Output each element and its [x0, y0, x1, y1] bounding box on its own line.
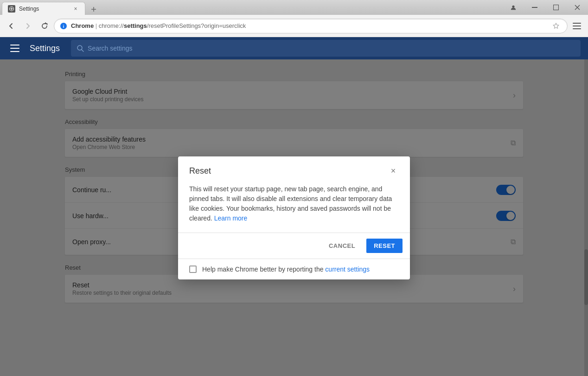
svg-rect-13: [10, 45, 19, 45]
address-text: Chrome | chrome://settings/resetProfileS…: [71, 22, 547, 29]
current-settings-link[interactable]: current settings: [325, 266, 370, 273]
maximize-button[interactable]: [545, 0, 567, 15]
svg-line-17: [82, 50, 83, 52]
dialog-footer: Help make Chrome better by reporting the…: [178, 259, 410, 279]
tab-favicon: [8, 5, 15, 13]
svg-rect-14: [10, 48, 19, 49]
settings-header: Settings: [0, 37, 588, 59]
bookmark-star-button[interactable]: [550, 20, 562, 32]
main-content-area: Printing Google Cloud Print Set up cloud…: [0, 59, 588, 376]
learn-more-link[interactable]: Learn more: [214, 214, 248, 222]
settings-search-bar[interactable]: [71, 40, 581, 57]
tab-strip: Settings ×: [0, 0, 503, 15]
navigation-bar: i Chrome | chrome://settings/resetProfil…: [0, 15, 588, 37]
report-settings-checkbox[interactable]: [189, 266, 197, 273]
address-separator: |: [96, 22, 99, 29]
reset-button[interactable]: RESET: [366, 239, 403, 253]
profile-button[interactable]: [503, 0, 524, 15]
address-bar[interactable]: i Chrome | chrome://settings/resetProfil…: [54, 19, 568, 33]
minimize-button[interactable]: [524, 0, 545, 15]
address-site: Chrome: [71, 22, 94, 29]
address-bold: settings: [124, 22, 147, 29]
window-controls: [503, 0, 588, 15]
tab-close-button[interactable]: ×: [72, 5, 79, 13]
search-settings-input[interactable]: [88, 45, 575, 52]
svg-rect-11: [573, 26, 581, 26]
modal-overlay: Reset × This will reset your startup pag…: [0, 59, 588, 376]
cancel-button[interactable]: CANCEL: [321, 239, 363, 253]
dialog-close-button[interactable]: ×: [388, 166, 399, 177]
svg-rect-12: [573, 28, 581, 29]
site-security-icon: i: [60, 22, 67, 30]
chrome-menu-button[interactable]: [569, 19, 584, 33]
svg-point-3: [512, 6, 514, 8]
footer-text: Help make Chrome better by reporting the…: [202, 266, 370, 273]
dialog-header: Reset ×: [178, 156, 410, 182]
address-scheme: chrome://: [99, 22, 124, 29]
dialog-body-text: This will reset your startup page, new t…: [189, 184, 399, 223]
svg-rect-4: [532, 7, 537, 8]
address-path: /resetProfileSettings?origin=userclick: [147, 22, 246, 29]
dialog-actions: CANCEL RESET: [178, 233, 410, 259]
svg-rect-5: [554, 5, 559, 10]
dialog-body: This will reset your startup page, new t…: [178, 182, 410, 233]
new-tab-button[interactable]: [87, 4, 100, 15]
title-bar: Settings ×: [0, 0, 588, 15]
settings-page-title: Settings: [30, 44, 60, 53]
forward-button[interactable]: [20, 19, 35, 33]
reset-dialog: Reset × This will reset your startup pag…: [178, 156, 410, 279]
svg-rect-15: [10, 51, 19, 52]
dialog-title: Reset: [189, 166, 211, 176]
footer-prefix: Help make Chrome better by reporting the: [202, 266, 323, 273]
close-button[interactable]: [567, 0, 588, 15]
tab-title-text: Settings: [19, 6, 68, 12]
browser-window: Settings ×: [0, 0, 588, 376]
back-button[interactable]: [4, 19, 19, 33]
svg-text:i: i: [63, 24, 64, 29]
svg-rect-10: [573, 23, 581, 24]
active-tab[interactable]: Settings ×: [2, 2, 85, 15]
reload-button[interactable]: [37, 19, 52, 33]
hamburger-menu-button[interactable]: [7, 41, 22, 56]
